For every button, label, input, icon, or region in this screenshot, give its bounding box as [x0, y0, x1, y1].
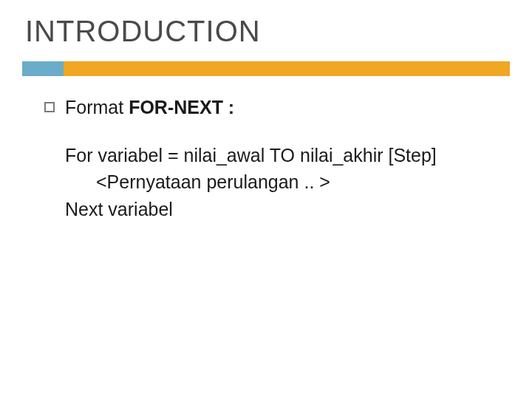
accent-bar — [22, 61, 510, 76]
bullet-item: Format FOR-NEXT : — [44, 97, 488, 118]
accent-orange-segment — [64, 61, 510, 76]
bullet-text: Format FOR-NEXT : — [65, 97, 234, 118]
slide-title: INTRODUCTION — [25, 15, 510, 48]
bullet-bold: FOR-NEXT : — [129, 97, 234, 117]
code-block: For variabel = nilai_awal TO nilai_akhir… — [44, 142, 488, 222]
code-line-1: For variabel = nilai_awal TO nilai_akhir… — [65, 142, 488, 168]
code-line-2: <Pernyataan perulangan .. > — [65, 168, 488, 195]
code-line-3: Next variabel — [65, 196, 488, 222]
content-area: Format FOR-NEXT : For variabel = nilai_a… — [22, 97, 510, 222]
slide-container: INTRODUCTION Format FOR-NEXT : For varia… — [0, 0, 532, 245]
square-bullet-icon — [44, 102, 55, 112]
accent-blue-segment — [22, 61, 64, 76]
bullet-prefix: Format — [65, 97, 129, 117]
